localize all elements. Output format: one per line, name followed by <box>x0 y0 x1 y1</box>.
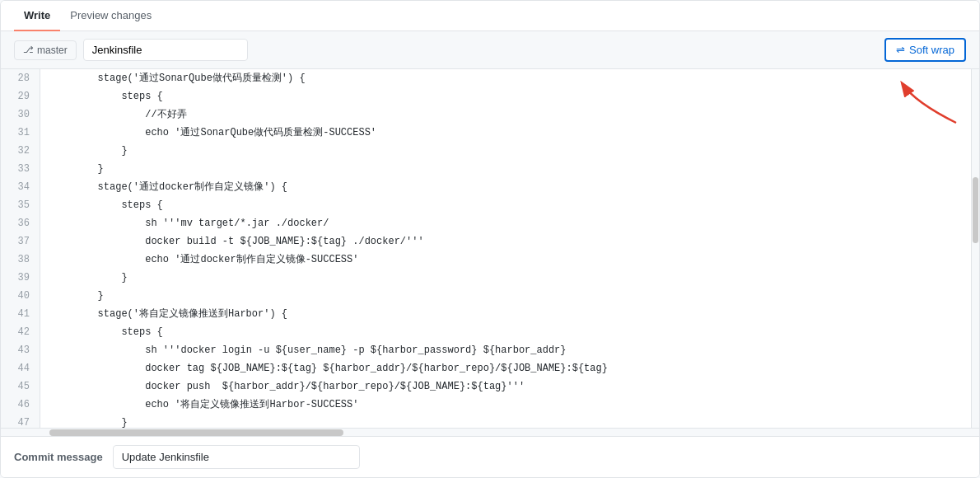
branch-icon: ⎇ <box>23 45 34 55</box>
horizontal-scrollbar-thumb[interactable] <box>49 429 343 436</box>
editor-wrapper: 2829303132333435363738394041424344454647… <box>1 69 979 436</box>
line-number: 29 <box>1 87 40 105</box>
branch-label: master <box>37 45 68 56</box>
code-line: stage('通过docker制作自定义镜像') { <box>50 178 961 196</box>
line-number: 36 <box>1 214 40 232</box>
code-line: } <box>50 414 961 428</box>
code-line: } <box>50 160 961 178</box>
code-content[interactable]: stage('通过SonarQube做代码质量检测') { steps { //… <box>40 69 971 428</box>
code-line: stage('通过SonarQube做代码质量检测') { <box>50 69 961 87</box>
code-line: steps { <box>50 196 961 214</box>
soft-wrap-button[interactable]: ⇌ Soft wrap <box>884 38 966 62</box>
filename-input[interactable] <box>83 39 248 61</box>
line-number: 28 <box>1 69 40 87</box>
commit-label: Commit message <box>14 451 103 463</box>
tab-write[interactable]: Write <box>14 1 60 31</box>
code-line: stage('将自定义镜像推送到Harbor') { <box>50 305 961 323</box>
code-line: docker push ${harbor_addr}/${harbor_repo… <box>50 377 961 396</box>
code-line: echo '将自定义镜像推送到Harbor-SUCCESS' <box>50 396 961 414</box>
code-line: steps { <box>50 323 961 341</box>
soft-wrap-label: Soft wrap <box>909 44 954 56</box>
line-number: 46 <box>1 396 40 414</box>
line-number: 43 <box>1 341 40 359</box>
line-number: 39 <box>1 269 40 287</box>
editor-container: Write Preview changes ⎇ master ⇌ Soft wr… <box>0 0 980 478</box>
line-number: 44 <box>1 359 40 377</box>
toolbar: ⎇ master ⇌ Soft wrap <box>1 31 979 69</box>
code-line: steps { <box>50 87 961 105</box>
vertical-scrollbar[interactable] <box>971 69 979 428</box>
commit-input[interactable]: Update Jenkinsfile <box>113 445 360 469</box>
line-numbers: 2829303132333435363738394041424344454647… <box>1 69 40 428</box>
code-line: } <box>50 287 961 305</box>
branch-badge[interactable]: ⎇ master <box>14 40 77 60</box>
line-number: 32 <box>1 142 40 160</box>
code-line: sh '''mv target/*.jar ./docker/ <box>50 214 961 232</box>
line-number: 45 <box>1 377 40 396</box>
line-number: 47 <box>1 414 40 428</box>
code-line: } <box>50 269 961 287</box>
line-number: 40 <box>1 287 40 305</box>
line-number: 37 <box>1 232 40 251</box>
line-number: 30 <box>1 105 40 124</box>
line-number: 38 <box>1 251 40 269</box>
editor-main: 2829303132333435363738394041424344454647… <box>1 69 979 428</box>
line-number: 35 <box>1 196 40 214</box>
commit-footer: Commit message Update Jenkinsfile <box>1 436 979 477</box>
code-line: docker tag ${JOB_NAME}:${tag} ${harbor_a… <box>50 359 961 377</box>
tab-preview[interactable]: Preview changes <box>60 1 161 31</box>
tabs-row: Write Preview changes <box>1 1 979 31</box>
code-lines: stage('通过SonarQube做代码质量检测') { steps { //… <box>40 69 971 428</box>
code-line: } <box>50 142 961 160</box>
line-number: 31 <box>1 124 40 142</box>
line-number: 41 <box>1 305 40 323</box>
code-line: echo '通过SonarQube做代码质量检测-SUCCESS' <box>50 124 961 142</box>
line-number: 33 <box>1 160 40 178</box>
code-line: //不好弄 <box>50 105 961 124</box>
horizontal-scrollbar[interactable] <box>1 428 979 436</box>
code-line: sh '''docker login -u ${user_name} -p ${… <box>50 341 961 359</box>
code-line: docker build -t ${JOB_NAME}:${tag} ./doc… <box>50 232 961 251</box>
line-number: 42 <box>1 323 40 341</box>
code-line: echo '通过docker制作自定义镜像-SUCCESS' <box>50 251 961 269</box>
scrollbar-thumb[interactable] <box>973 177 978 243</box>
soft-wrap-icon: ⇌ <box>896 44 905 56</box>
line-number: 34 <box>1 178 40 196</box>
